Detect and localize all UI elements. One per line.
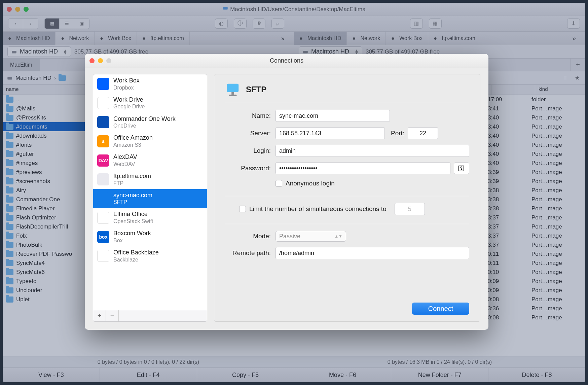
connection-item[interactable]: aOffice AmazonAmazon S3 (93, 132, 207, 151)
fkey-button[interactable]: Edit - F4 (100, 368, 197, 382)
connection-item[interactable]: Office BackblazeBackblaze (93, 246, 207, 266)
connections-sidebar: Work BoxDropboxWork DriveGoogle DriveCom… (93, 74, 207, 322)
location-tab[interactable]: ●Macintosh HD (294, 32, 347, 45)
password-field[interactable] (275, 162, 450, 174)
dialog-minimize-icon[interactable] (98, 58, 103, 63)
connection-item[interactable]: Work DriveGoogle Drive (93, 94, 207, 113)
connection-item[interactable]: Eltima OfficeOpenStack Swift (93, 208, 207, 227)
svg-rect-2 (303, 51, 308, 54)
connection-item[interactable]: ftp.eltima.comFTP (93, 170, 207, 189)
disk-icon (222, 5, 228, 11)
tabs-right: ●Macintosh HD●Network●Work Box●ftp.eltim… (294, 32, 585, 45)
list-layout-icon[interactable]: ≡ (560, 73, 570, 83)
more-tabs-icon[interactable]: » (563, 32, 585, 45)
tabs-left: ●Macintosh HD●Network●Work Box●ftp.eltim… (3, 32, 294, 45)
pane-tab[interactable]: MacEltim (3, 59, 40, 71)
sftp-icon (225, 82, 241, 97)
connection-item[interactable]: boxBoxcom WorkBox (93, 227, 207, 246)
connection-item[interactable]: Work BoxDropbox (93, 74, 207, 94)
more-tabs-icon[interactable]: » (271, 32, 294, 45)
location-tab[interactable]: ●ftp.eltima.com (137, 32, 190, 45)
fkey-button[interactable]: View - F3 (3, 368, 100, 382)
forward-button[interactable]: › (23, 19, 38, 29)
label-remote: Remote path: (225, 249, 275, 257)
location-tab[interactable]: ●Macintosh HD (3, 32, 56, 45)
label-anonymous: Anonymous login (286, 180, 335, 187)
queue-icon[interactable]: ▥ (410, 19, 423, 29)
connect-button[interactable]: Connect (412, 303, 469, 315)
grid-view-button[interactable]: ▣ (74, 19, 89, 29)
server-field[interactable] (275, 127, 385, 139)
folder-icon (59, 75, 66, 81)
binoculars-icon[interactable]: ⌕ (271, 19, 284, 29)
window-title: Macintosh HD/Users/Constantine/Desktop/M… (222, 5, 365, 13)
name-field[interactable] (275, 110, 390, 122)
status-left: 0 bytes / 0 bytes in 0 / 0 file(s). 0 / … (3, 356, 294, 368)
svg-rect-4 (227, 84, 239, 92)
limit-checkbox[interactable] (239, 206, 246, 212)
svg-rect-6 (229, 95, 237, 96)
label-port: Port: (391, 130, 408, 137)
key-icon[interactable]: ⚿ (454, 162, 469, 174)
nav-back-forward: ‹ › (8, 18, 38, 29)
login-field[interactable] (275, 145, 469, 157)
zoom-window-icon[interactable] (24, 7, 29, 12)
label-login: Login: (225, 147, 275, 154)
view-mode-segment: ▦ ☰ ▣ (44, 18, 89, 29)
toggle-icon[interactable]: ◐ (215, 19, 228, 29)
add-connection-button[interactable]: + (93, 310, 106, 321)
volume-selector-left[interactable]: Macintosh HD▲▼ (7, 46, 71, 57)
mode-select[interactable]: Passive▲▼ (275, 231, 346, 242)
fkey-button[interactable]: New Folder - F7 (391, 368, 488, 382)
connection-item[interactable]: DAVAlexDAVWebDAV (93, 151, 207, 170)
label-name: Name: (225, 112, 275, 119)
add-pane-tab[interactable]: + (570, 59, 585, 71)
location-tab[interactable]: ●ftp.eltima.com (428, 32, 481, 45)
label-server: Server: (225, 130, 275, 137)
location-tab[interactable]: ●Work Box (386, 32, 428, 45)
dialog-close-icon[interactable] (89, 58, 95, 63)
list-view-button[interactable]: ☰ (60, 19, 74, 29)
fkey-button[interactable]: Delete - F8 (488, 368, 585, 382)
statusbar: 0 bytes / 0 bytes in 0 / 0 file(s). 0 / … (3, 356, 585, 368)
fkey-button[interactable]: Copy - F5 (197, 368, 294, 382)
port-field[interactable] (408, 127, 438, 139)
label-password: Password: (225, 165, 275, 172)
folder-icon[interactable]: ▦ (429, 19, 442, 29)
close-window-icon[interactable] (7, 7, 12, 12)
minimize-window-icon[interactable] (15, 7, 20, 12)
connection-form: SFTP Name: Server: Port: Login: Password… (214, 74, 480, 322)
col-kind[interactable]: kind (535, 85, 585, 95)
fkey-button[interactable]: Move - F6 (294, 368, 391, 382)
label-limit: Limit the number of simultaneous connect… (249, 205, 387, 213)
disk-icon (7, 75, 13, 81)
dialog-title: Connections (270, 57, 303, 64)
limit-field[interactable] (395, 203, 425, 215)
svg-rect-3 (7, 77, 12, 80)
dialog-titlebar: Connections (85, 54, 488, 68)
disk-icon (11, 49, 17, 55)
thumb-view-button[interactable]: ▦ (45, 19, 60, 29)
preview-icon[interactable]: 👁 (253, 19, 265, 29)
connections-dialog: Connections Work BoxDropboxWork DriveGoo… (85, 54, 488, 330)
status-right: 0 bytes / 16.3 MB in 0 / 24 file(s). 0 /… (294, 356, 585, 368)
toolbar: ‹ › ▦ ☰ ▣ ◐ ⓘ 👁 ⌕ ▥ ▦ ⬇ (3, 15, 585, 32)
connection-item[interactable]: Commander One WorkOneDrive (93, 113, 207, 132)
sidebar-footer: + − (93, 310, 207, 321)
svg-rect-0 (223, 7, 228, 10)
dialog-zoom-icon (106, 58, 111, 63)
remove-connection-button[interactable]: − (106, 310, 119, 321)
info-icon[interactable]: ⓘ (234, 19, 247, 29)
download-icon[interactable]: ⬇ (567, 19, 580, 29)
connection-item[interactable]: sync-mac.comSFTP (93, 189, 207, 208)
breadcrumb-item[interactable]: Macintosh HD (15, 75, 51, 81)
window-controls (7, 7, 29, 12)
back-button[interactable]: ‹ (8, 19, 23, 29)
star-icon[interactable]: ★ (573, 73, 582, 83)
location-tab[interactable]: ●Network (56, 32, 95, 45)
anonymous-checkbox[interactable] (275, 180, 282, 187)
location-tab[interactable]: ●Network (347, 32, 386, 45)
remote-path-field[interactable] (275, 247, 469, 259)
location-tab[interactable]: ●Work Box (95, 32, 137, 45)
svg-rect-5 (231, 92, 234, 95)
